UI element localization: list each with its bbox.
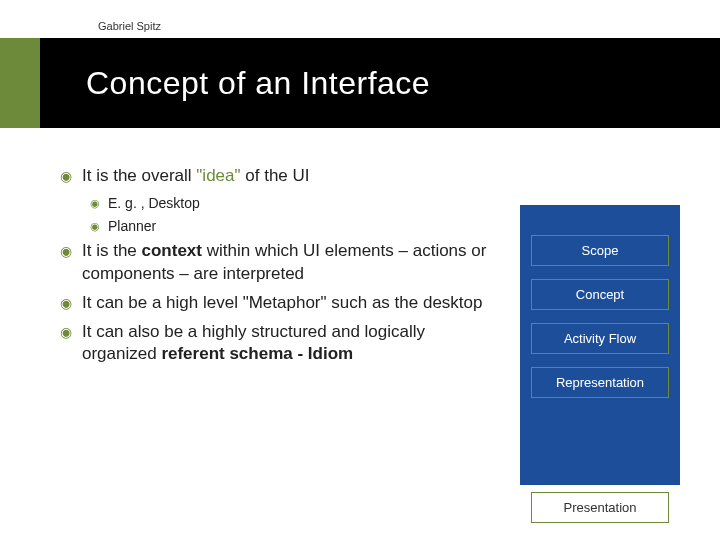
bullet-1: ◉ It is the overall "idea" of the UI: [60, 165, 500, 188]
author-name: Gabriel Spitz: [98, 20, 161, 32]
slide-title: Concept of an Interface: [86, 65, 430, 102]
text-part: It is the overall: [82, 166, 196, 185]
bullet-3: ◉ It can be a high level "Metaphor" such…: [60, 292, 500, 315]
bullet-4: ◉ It can also be a highly structured and…: [60, 321, 500, 367]
bullet-icon: ◉: [60, 240, 72, 286]
bullet-1a: ◉ E. g. , Desktop: [90, 194, 500, 213]
side-box-concept: Concept: [531, 279, 669, 310]
title-bar: Concept of an Interface: [0, 38, 720, 128]
side-box-presentation: Presentation: [531, 492, 669, 523]
bullet-text: It is the overall "idea" of the UI: [82, 165, 310, 188]
text-bold: context: [142, 241, 202, 260]
bullet-icon: ◉: [60, 165, 72, 188]
text-part: It is the: [82, 241, 142, 260]
text-highlight: "idea": [196, 166, 240, 185]
bullet-text: Planner: [108, 217, 156, 236]
bullet-icon: ◉: [60, 321, 72, 367]
side-panel: Scope Concept Activity Flow Representati…: [520, 205, 680, 485]
bullet-text: It can also be a highly structured and l…: [82, 321, 500, 367]
bullet-2: ◉ It is the context within which UI elem…: [60, 240, 500, 286]
bullet-icon: ◉: [90, 217, 100, 236]
side-box-activity-flow: Activity Flow: [531, 323, 669, 354]
bullet-icon: ◉: [90, 194, 100, 213]
bullet-1b: ◉ Planner: [90, 217, 500, 236]
content-area: ◉ It is the overall "idea" of the UI ◉ E…: [60, 165, 500, 372]
bullet-text: E. g. , Desktop: [108, 194, 200, 213]
bullet-icon: ◉: [60, 292, 72, 315]
text-bold: referent schema - Idiom: [161, 344, 353, 363]
text-part: of the UI: [241, 166, 310, 185]
title-accent: [0, 38, 40, 128]
side-box-scope: Scope: [531, 235, 669, 266]
side-box-representation: Representation: [531, 367, 669, 398]
bullet-text: It is the context within which UI elemen…: [82, 240, 500, 286]
bullet-text: It can be a high level "Metaphor" such a…: [82, 292, 482, 315]
